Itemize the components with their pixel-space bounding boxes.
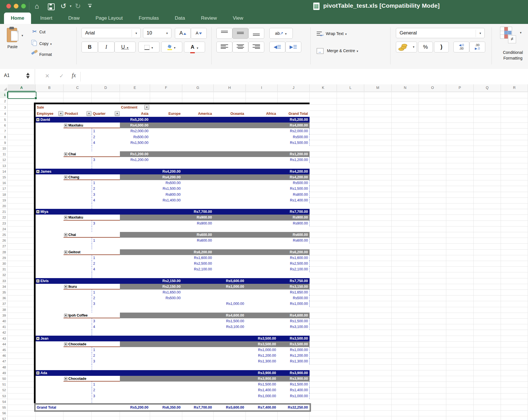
merge-centre-label: Merge & Centre	[327, 48, 355, 53]
merge-centre-dropdown-icon[interactable]: ▼	[356, 50, 359, 53]
decrease-decimal-button[interactable]: ◀.0 .00	[453, 42, 469, 52]
conditional-formatting-button[interactable]: Conditional Formatting	[497, 50, 528, 61]
currency-button[interactable]: ▼	[396, 42, 417, 52]
undo-icon[interactable]: ↺	[60, 1, 66, 11]
column-header-L[interactable]: L	[337, 84, 364, 91]
select-all-corner[interactable]	[0, 84, 8, 91]
percent-style-button[interactable]: %	[418, 42, 433, 52]
name-box-spinner[interactable]	[26, 72, 30, 79]
align-right-button[interactable]	[248, 42, 264, 52]
align-center-button[interactable]	[232, 42, 248, 52]
column-header-D[interactable]: D	[92, 84, 120, 91]
customize-triangle	[89, 6, 91, 8]
undo-dropdown-icon[interactable]: ▼	[69, 5, 72, 8]
tab-review[interactable]: Review	[194, 13, 224, 24]
copy-dropdown-icon[interactable]: ▼	[50, 43, 52, 46]
align-middle-button[interactable]	[232, 28, 248, 39]
underline-dropdown-icon[interactable]: ▼	[126, 46, 129, 49]
gridline	[8, 215, 528, 215]
number-format-dropdown-icon: ▼	[479, 28, 482, 38]
save-icon[interactable]	[48, 3, 55, 10]
insert-function-icon[interactable]: fx	[72, 72, 76, 79]
align-top-button[interactable]	[216, 28, 232, 39]
wrap-text-button[interactable]: ↩ Wrap Text ▼	[317, 30, 347, 37]
paste-button[interactable]: Paste	[7, 44, 18, 49]
maximize-window-button[interactable]	[21, 4, 26, 9]
decrease-font-button[interactable]: A	[191, 28, 207, 39]
orientation-button[interactable]: ab↗ ▼	[269, 28, 293, 39]
italic-button[interactable]: I	[98, 42, 114, 52]
underline-button[interactable]: U ▼	[114, 42, 136, 52]
gridline	[8, 157, 528, 157]
tab-home[interactable]: Home	[4, 13, 31, 24]
tab-page-layout[interactable]: Page Layout	[89, 13, 129, 24]
column-header-O[interactable]: O	[419, 84, 446, 91]
format-button[interactable]: Format	[31, 49, 68, 58]
borders-dropdown-icon[interactable]: ▼	[151, 46, 154, 49]
paste-dropdown-icon[interactable]: ▼	[21, 34, 24, 37]
cut-button[interactable]: ✂ Cut	[31, 27, 68, 36]
column-header-J[interactable]: J	[278, 84, 310, 91]
gridline	[8, 387, 528, 388]
orientation-dropdown-icon[interactable]: ▼	[285, 32, 287, 35]
comma-style-button[interactable]: )	[434, 42, 449, 52]
tab-formulas[interactable]: Formulas	[132, 13, 166, 24]
font-size-select[interactable]: 10 ▼	[143, 28, 171, 38]
column-header-I[interactable]: I	[246, 84, 278, 91]
wrap-text-dropdown-icon[interactable]: ▼	[345, 33, 347, 36]
fill-color-dropdown-icon[interactable]: ▼	[173, 46, 176, 49]
column-header-R[interactable]: R	[501, 84, 528, 91]
name-box[interactable]: A1	[0, 69, 35, 84]
fill-color-button[interactable]: ▼	[161, 42, 182, 52]
conditional-formatting-dropdown-icon[interactable]: ▼	[519, 31, 522, 34]
selected-cell-outline[interactable]	[8, 92, 36, 99]
cancel-icon[interactable]: ✕	[45, 73, 50, 79]
column-header-E[interactable]: E	[120, 84, 150, 91]
font-color-button[interactable]: A ▼	[184, 42, 205, 52]
scissors-icon: ✂	[31, 27, 38, 36]
paste-icon[interactable]	[6, 27, 19, 43]
customize-toolbar-icon[interactable]	[88, 4, 92, 8]
gridline	[8, 151, 528, 152]
column-header-A[interactable]: A	[8, 84, 36, 91]
number-format-select[interactable]: General ▼	[396, 28, 485, 38]
column-header-M[interactable]: M	[364, 84, 392, 91]
bold-button[interactable]: B	[81, 42, 98, 52]
column-header-P[interactable]: P	[446, 84, 474, 91]
redo-icon[interactable]: ↻	[75, 1, 81, 11]
minimize-window-button[interactable]	[14, 4, 19, 9]
currency-dropdown-icon[interactable]: ▼	[412, 46, 415, 48]
decrease-indent-button[interactable]: ◀☰	[269, 42, 285, 52]
column-header-K[interactable]: K	[310, 84, 337, 91]
enter-icon[interactable]: ✓	[59, 73, 64, 79]
column-header-C[interactable]: C	[64, 84, 92, 91]
tab-view[interactable]: View	[226, 13, 250, 24]
selection-fill-handle[interactable]	[34, 97, 37, 99]
decrease-decimal-top: ◀.0	[459, 43, 464, 47]
align-bottom-button[interactable]	[248, 28, 264, 39]
merge-centre-button[interactable]: ↔ Merge & Centre ▼	[317, 47, 359, 54]
titlebar-divider	[29, 2, 29, 10]
column-header-N[interactable]: N	[392, 84, 419, 91]
customize-bar	[88, 4, 92, 5]
font-name-select[interactable]: Arial ▼	[81, 28, 141, 38]
borders-button[interactable]: ▼	[138, 42, 159, 52]
column-header-G[interactable]: G	[182, 84, 214, 91]
copy-button[interactable]: Copy ▼	[31, 38, 68, 47]
formula-input[interactable]	[83, 69, 528, 84]
font-color-dropdown-icon[interactable]: ▼	[196, 47, 199, 50]
close-window-button[interactable]	[6, 4, 11, 9]
home-icon[interactable]: ⌂	[35, 1, 39, 11]
tab-draw[interactable]: Draw	[62, 13, 87, 24]
borders-icon	[144, 45, 150, 50]
tab-insert[interactable]: Insert	[33, 13, 59, 24]
increase-indent-button[interactable]: ▶☰	[285, 42, 301, 52]
column-header-H[interactable]: H	[214, 84, 246, 91]
column-header-F[interactable]: F	[150, 84, 182, 91]
column-header-Q[interactable]: Q	[474, 84, 501, 91]
increase-decimal-button[interactable]: .00 ▶.0	[469, 42, 485, 52]
align-left-button[interactable]	[216, 42, 232, 52]
tab-data[interactable]: Data	[168, 13, 192, 24]
increase-font-button[interactable]: A	[175, 28, 191, 39]
column-header-B[interactable]: B	[36, 84, 64, 91]
